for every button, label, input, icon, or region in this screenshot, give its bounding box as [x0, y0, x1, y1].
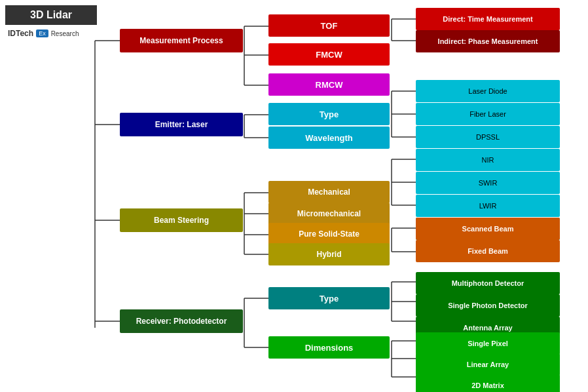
node-type-laser: Type	[268, 103, 390, 125]
node-measurement-process: Measurement Process	[120, 29, 243, 52]
node-type-receiver: Type	[268, 287, 390, 309]
node-dpssl: DPSSL	[416, 126, 560, 148]
node-fiber-laser: Fiber Laser	[416, 103, 560, 125]
node-multiphoton: Multiphoton Detector	[416, 272, 560, 294]
node-linear-array: Linear Array	[416, 353, 560, 376]
node-tof: TOF	[268, 14, 390, 37]
node-beam-steering: Beam Steering	[120, 208, 243, 232]
node-nir: NIR	[416, 149, 560, 171]
node-wavelength: Wavelength	[268, 127, 390, 149]
node-fmcw: FMCW	[268, 43, 390, 66]
node-single-photon: Single Photon Detector	[416, 294, 560, 317]
logo-id: IDTech	[8, 29, 33, 38]
node-micromechanical: Micromechanical	[268, 203, 390, 225]
node-lwir: LWIR	[416, 195, 560, 217]
node-hybrid-beam: Hybrid	[268, 243, 390, 265]
node-laser-diode: Laser Diode	[416, 80, 560, 102]
node-direct-time: Direct: Time Measurement	[416, 8, 560, 30]
node-scanned-beam: Scanned Beam	[416, 218, 560, 240]
logo-research: Research	[51, 30, 79, 37]
node-emitter-laser: Emitter: Laser	[120, 113, 243, 136]
logo-title: 3D Lidar	[5, 5, 97, 25]
node-pure-solid-state: Pure Solid-State	[268, 223, 390, 245]
logo-ex: Ex	[36, 29, 48, 37]
node-swir: SWIR	[416, 172, 560, 194]
node-mechanical: Mechanical	[268, 181, 390, 203]
logo-area: 3D Lidar IDTechEx Research	[5, 5, 97, 39]
diagram-container: 3D Lidar IDTechEx Research	[0, 0, 588, 392]
node-2d-matrix: 2D Matrix	[416, 374, 560, 392]
node-rmcw: RMCW	[268, 73, 390, 96]
logo-brand: IDTechEx Research	[5, 28, 97, 39]
node-receiver-photodetector: Receiver: Photodetector	[120, 309, 243, 333]
node-fixed-beam: Fixed Beam	[416, 240, 560, 262]
node-single-pixel: Single Pixel	[416, 332, 560, 355]
node-indirect-phase: Indirect: Phase Measurement	[416, 30, 560, 52]
node-dimensions: Dimensions	[268, 336, 390, 359]
